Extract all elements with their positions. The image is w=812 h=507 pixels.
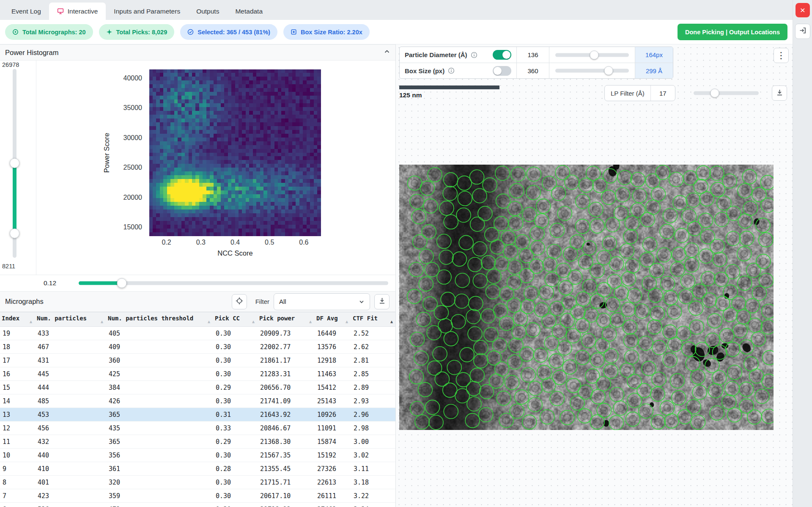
table-cell: 456 — [35, 422, 106, 435]
power-range-slider-track[interactable] — [13, 69, 16, 258]
box-size-toggle[interactable] — [493, 66, 511, 76]
table-cell: 15412 — [315, 381, 351, 394]
download-micrograph-button[interactable] — [772, 85, 787, 101]
table-cell: 423 — [35, 489, 106, 503]
x-axis-ticks: 0.20.30.40.50.6 — [149, 239, 321, 248]
filter-select[interactable]: All — [274, 293, 370, 310]
table-cell: 401 — [35, 476, 106, 489]
right-rail — [793, 0, 812, 507]
table-cell: 0.30 — [213, 394, 258, 408]
micrograph-row[interactable]: 74233590.3020617.10261113.22 — [0, 489, 396, 503]
power-range-upper-handle[interactable] — [10, 158, 19, 168]
panel-collapse-button[interactable] — [795, 24, 810, 39]
table-cell: 21643.92 — [258, 408, 315, 422]
micrograph-row[interactable]: 164454250.3021283.31114632.85 — [0, 367, 396, 381]
particle-diameter-px-value: 164px — [635, 47, 673, 63]
toggle-knob — [502, 51, 510, 59]
ncc-threshold-value: 0.12 — [39, 279, 61, 287]
recenter-button[interactable] — [232, 294, 247, 309]
ncc-threshold-row: 0.12 — [0, 275, 395, 291]
power-range-lower-handle[interactable] — [10, 229, 19, 238]
box-size-slider[interactable] — [549, 63, 635, 78]
histogram-body: 26978 8211 Power Score 40000350003000025… — [0, 61, 395, 275]
left-panel: Power Histogram 26978 8211 Power Score 4… — [0, 44, 396, 507]
column-label: Num. particles — [37, 315, 87, 322]
tab-inputs-and-parameters[interactable]: Inputs and Parameters — [106, 3, 188, 20]
viewer-controls: Particle Diameter (Å) 136 164px Box Size… — [399, 47, 673, 79]
done-picking-button[interactable]: Done Picking | Output Locations — [678, 24, 787, 40]
table-cell: 0.30 — [213, 340, 258, 354]
particle-diameter-slider[interactable] — [549, 47, 635, 63]
lp-filter-slider[interactable] — [692, 85, 760, 101]
collapse-section-button[interactable] — [384, 48, 390, 57]
download-icon — [776, 89, 783, 98]
table-cell: 20846.67 — [258, 422, 315, 435]
micrographs-table: ▲Index▲Num. particles▲Num. particles thr… — [0, 312, 396, 507]
slider-track — [694, 91, 759, 95]
micrograph-row[interactable]: 114323650.2921368.30158743.00 — [0, 435, 396, 449]
info-icon[interactable] — [471, 52, 477, 58]
export-table-button[interactable] — [374, 294, 390, 309]
info-icon[interactable] — [448, 67, 455, 74]
table-cell: 356 — [106, 449, 213, 462]
column-header-df-avg[interactable]: ▲DF Avg — [315, 312, 351, 327]
table-cell: 12918 — [315, 354, 351, 367]
micrograph-row[interactable]: 124564350.3320846.67110912.98 — [0, 422, 396, 435]
table-cell: 0.29 — [213, 381, 258, 394]
column-label: Pick CC — [215, 315, 240, 322]
table-cell: 360 — [106, 354, 213, 367]
micrograph-row[interactable]: 134533650.3121643.92109262.96 — [0, 408, 396, 422]
micrographs-header: Micrographs Filter All — [0, 291, 395, 312]
toggle-knob — [494, 67, 502, 75]
tab-event-log[interactable]: Event Log — [3, 3, 49, 20]
micrograph-row[interactable]: 154443840.2920656.70154122.89 — [0, 381, 396, 394]
table-cell: 365 — [106, 435, 213, 449]
micrograph-row[interactable]: 174313600.3021861.17129182.81 — [0, 354, 396, 367]
particle-diameter-toggle[interactable] — [493, 50, 511, 60]
lp-filter-input[interactable]: 17 — [650, 85, 675, 101]
micrograph-row[interactable]: 84013200.3021715.71226133.18 — [0, 476, 396, 489]
column-header-pick-power[interactable]: ▲Pick power — [258, 312, 315, 327]
micrograph-row[interactable]: 94103610.2821355.45273263.11 — [0, 462, 396, 476]
stat-pill-label: Box Size Ratio: 2.20x — [301, 29, 362, 36]
ncc-threshold-handle[interactable] — [117, 278, 127, 288]
tab-interactive[interactable]: Interactive — [49, 3, 106, 20]
power-histogram-heatmap[interactable] — [149, 69, 321, 236]
table-cell: 0.28 — [213, 462, 258, 476]
micrograph-row[interactable]: 65264720.3021718.12274623.24 — [0, 503, 396, 507]
table-cell: 320 — [106, 476, 213, 489]
table-cell: 2.96 — [351, 408, 396, 422]
table-cell: 0.33 — [213, 422, 258, 435]
x-tick-label: 0.2 — [157, 239, 176, 246]
column-header-num-particles-threshold[interactable]: ▲Num. particles threshold — [106, 312, 213, 327]
particle-diameter-input[interactable]: 136 — [516, 47, 549, 63]
micrograph-row[interactable]: 104403560.3021567.35151923.02 — [0, 449, 396, 462]
box-size-input[interactable]: 360 — [516, 63, 549, 78]
stat-pill-label: Total Micrographs: 20 — [22, 29, 86, 36]
viewer-menu-button[interactable]: ⋮ — [774, 48, 789, 63]
particle-diameter-handle[interactable] — [590, 50, 598, 59]
table-cell: 444 — [35, 381, 106, 394]
ncc-threshold-slider[interactable] — [79, 275, 388, 291]
column-header-pick-cc[interactable]: ▲Pick CC — [213, 312, 258, 327]
stat-pills: Total Micrographs: 20Total Picks: 8,029S… — [5, 24, 370, 40]
micrograph-row[interactable]: 184674090.3022002.77135762.62 — [0, 340, 396, 354]
column-header-index[interactable]: ▲Index — [0, 312, 35, 327]
lp-filter-handle[interactable] — [710, 89, 719, 98]
column-header-num-particles[interactable]: ▲Num. particles — [35, 312, 106, 327]
micrograph-row[interactable]: 144854260.3021741.09251432.93 — [0, 394, 396, 408]
table-cell: 11463 — [315, 367, 351, 381]
download-icon — [379, 297, 386, 306]
tab-outputs[interactable]: Outputs — [188, 3, 227, 20]
table-cell: 14 — [0, 394, 35, 408]
x-tick-label: 0.3 — [192, 239, 210, 246]
table-cell: 26111 — [315, 489, 351, 503]
tab-metadata[interactable]: Metadata — [227, 3, 271, 20]
micrograph-image[interactable] — [399, 165, 774, 430]
close-button[interactable]: × — [796, 3, 810, 17]
particle-diameter-row: Particle Diameter (Å) 136 164px — [400, 47, 673, 63]
box-size-handle[interactable] — [604, 66, 613, 75]
table-header-row: ▲Index▲Num. particles▲Num. particles thr… — [0, 312, 396, 327]
column-header-ctf-fit[interactable]: ▲CTF Fit — [351, 312, 396, 327]
micrograph-row[interactable]: 194334050.3020909.73164492.52 — [0, 327, 396, 340]
